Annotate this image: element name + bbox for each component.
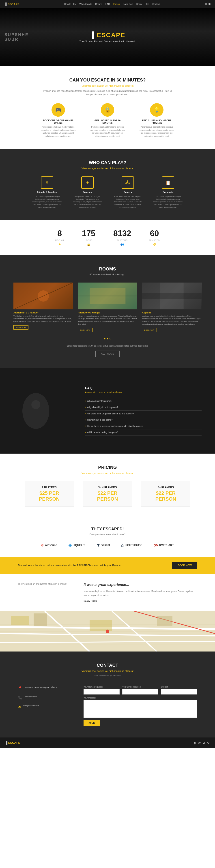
footer: ▐ ESCAPE f ig tw yt ⚙ (0, 738, 215, 748)
contact-grid: 📍 85 Ashow Street Tetempore In hetus 📞 5… (18, 686, 197, 726)
logo-kverlakt: ≫ KVERLAKT (154, 542, 174, 548)
stat-players-icon: 👥 (113, 243, 131, 246)
price-5plus-label: 5+ PLAYERS (146, 486, 186, 489)
room-asylum-text: Vestibulum commodo felis nibh, hendrerit… (142, 315, 202, 326)
nav-contact[interactable]: Contact (152, 3, 160, 5)
footer-twitter-icon[interactable]: tw (198, 741, 201, 744)
feature-locked-icon: 🔒 (101, 103, 114, 117)
feature-locked-title: GET LOCKED IN FOR 60 MINUTES (90, 119, 125, 124)
svg-rect-28 (11, 616, 29, 625)
pricing-grid: 2 PLAYERS $25 PER PERSON 3 - 4 PLAYERS $… (18, 481, 197, 507)
who-corporate-text: Cras pretium sapien nibh fringilla. Soll… (152, 195, 184, 209)
footer-youtube-icon[interactable]: yt (203, 741, 205, 744)
room-asylum-book-button[interactable]: BOOK NOW (142, 328, 157, 332)
rooms-grid: Alchemist's Chamber Vestibulum commodo f… (13, 283, 202, 332)
cta-section: To check our schedule or make a reservat… (0, 557, 215, 574)
nav-cart[interactable]: $0.00 (205, 3, 211, 5)
faq-item-0[interactable]: Who can play this game? (85, 398, 202, 404)
all-rooms-button[interactable]: ALL ROOMS (95, 350, 120, 357)
stat-rooms-number: 8 (55, 229, 64, 238)
form-email-input[interactable] (122, 689, 158, 694)
footer-logo[interactable]: ▐ ESCAPE (5, 741, 20, 744)
room-asylum-image (142, 283, 202, 309)
cta-text: To check our schedule or make a reservat… (18, 563, 121, 567)
pricing-subtitle: Vivamus eget sapien vel nibh maximus pla… (18, 472, 197, 474)
who-friends-icon: ☺ (41, 177, 53, 189)
hero-section: SUPSHHE SUBR ▐ ESCAPE The #1 rated Fun a… (0, 8, 215, 66)
stat-players-number: 8132 (113, 229, 131, 238)
contact-address-text: 85 Ashow Street Tetempore In hetus (25, 686, 57, 689)
valient-icon: ▼ (96, 543, 100, 548)
footer-settings-icon[interactable]: ⚙ (207, 741, 210, 744)
faq-item-3[interactable]: How difficult is the game? (85, 417, 202, 423)
logo-airbound: ✈ AirBound (41, 543, 57, 548)
form-name-input[interactable] (84, 689, 120, 694)
stat-locks-label: LOCKS (82, 239, 95, 241)
nav-faq[interactable]: FAQ (105, 3, 110, 5)
form-submit-button[interactable]: Send (84, 720, 100, 726)
nav-book-now[interactable]: Book Now (123, 3, 133, 5)
who-gamers-text: Cras pretium sapien nibh fringilla. Soll… (112, 195, 143, 209)
escaped-section: THEY ESCAPED! Does your team know what i… (0, 518, 215, 557)
room-hangar-title: Abandoned Hangar (78, 311, 137, 314)
price-3-4players-label: 3 - 4 PLAYERS (88, 486, 127, 489)
stat-minutes: 60 MINUTES ⏱ (149, 229, 160, 246)
nav-rooms[interactable]: Rooms (95, 3, 102, 5)
price-3-4players-amount: $22 PER PERSON (88, 490, 127, 502)
who-gamers-title: Gamers (112, 191, 143, 193)
who-tourists-text: Cras pretium sapien nibh fringilla. Soll… (72, 195, 103, 209)
address-icon: 📍 (18, 686, 22, 690)
faq-item-2[interactable]: Are there films or genres similar to thi… (85, 411, 202, 417)
faq-item-4[interactable]: Do we have to wear special costumes to p… (85, 423, 202, 429)
nav-links: How to Play Who Attends Rooms FAQ Pricin… (64, 3, 160, 5)
who-subtitle: Vivamus eget sapien vel nibh maximus pla… (18, 167, 197, 170)
room-hangar-book-button[interactable]: BOOK NOW (78, 328, 93, 332)
faq-subtitle: Answers to common questions below... (85, 391, 202, 394)
pricing-title: PRICING (18, 465, 197, 470)
hero-content: ▐ ESCAPE The #1 rated Fun and Games attr… (80, 32, 136, 43)
feature-book: 🎮 BOOK ONE OF OUR GAMES ONLINE Pellentes… (40, 103, 76, 138)
room-alchemist: Alchemist's Chamber Vestibulum commodo f… (13, 283, 73, 332)
stat-players-label: PLAYERS (113, 239, 131, 241)
hero-subtitle: The #1 rated Fun and Games attraction in… (80, 40, 136, 43)
navbar: ▐ ESCAPE How to Play Who Attends Rooms F… (0, 0, 215, 8)
form-name-group: Your Name (required) (84, 686, 120, 694)
kverlakt-text: KVERLAKT (159, 544, 174, 547)
stat-rooms-label: ROOMS (55, 239, 64, 241)
price-2players-amount: $25 PER PERSON (29, 490, 69, 502)
footer-social: f ig tw yt ⚙ (191, 741, 210, 744)
faq-item-1[interactable]: Why should I join in this game? (85, 404, 202, 411)
faq-item-5[interactable]: Will it be safe during the game? (85, 429, 202, 436)
room-hangar-image (78, 283, 137, 309)
cta-book-button[interactable]: BOOK NOW (172, 562, 197, 569)
price-2players: 2 PLAYERS $25 PER PERSON (25, 481, 74, 507)
feature-clues-icon: 💡 (150, 103, 163, 117)
form-message-input[interactable] (84, 700, 197, 718)
escape-section: CAN YOU ESCAPE IN 60 MINUTES? Vivamus eg… (0, 66, 215, 149)
svg-rect-31 (157, 616, 173, 626)
form-subject-input[interactable] (161, 689, 197, 694)
who-tourists: ✈ Tourists Cras pretium sapien nibh frin… (72, 177, 103, 209)
nav-blog[interactable]: Blog (145, 3, 149, 5)
nav-logo[interactable]: ▐ ESCAPE (4, 2, 20, 6)
lighthouse-icon: ⌂ (121, 543, 124, 548)
escaped-subtitle: Does your team know what it takes? (18, 533, 197, 536)
testimonial-section: The #1 rated Fun and Games attraction in… (0, 574, 215, 611)
contact-header: CONTACT Vivamus eget sapien vel nibh max… (18, 663, 197, 677)
nav-shop[interactable]: Shop (136, 3, 142, 5)
footer-facebook-icon[interactable]: f (191, 741, 191, 744)
footer-instagram-icon[interactable]: ig (193, 741, 195, 744)
contact-section: CONTACT Vivamus eget sapien vel nibh max… (0, 651, 215, 738)
room-asylum-title: Asylum (142, 311, 202, 314)
room-alchemist-book-button[interactable]: BOOK NOW (13, 325, 28, 330)
testimonial-text: Maecenas dapibus mollis mattis. Aenean m… (84, 589, 197, 597)
nav-who-attends[interactable]: Who Attends (79, 3, 92, 5)
who-title: WHO CAN PLAY? (18, 160, 197, 165)
contact-email-text: info@escape.com (23, 704, 39, 707)
feature-clues-text: Pellentesque habitant morbi tristique se… (139, 126, 175, 138)
nav-pricing[interactable]: Pricing (113, 3, 120, 5)
contact-info: 📍 85 Ashow Street Tetempore In hetus 📞 5… (18, 686, 74, 726)
price-2players-label: 2 PLAYERS (29, 486, 69, 489)
stat-players: 8132 PLAYERS 👥 (113, 229, 131, 246)
nav-how-to-play[interactable]: How to Play (64, 3, 76, 5)
